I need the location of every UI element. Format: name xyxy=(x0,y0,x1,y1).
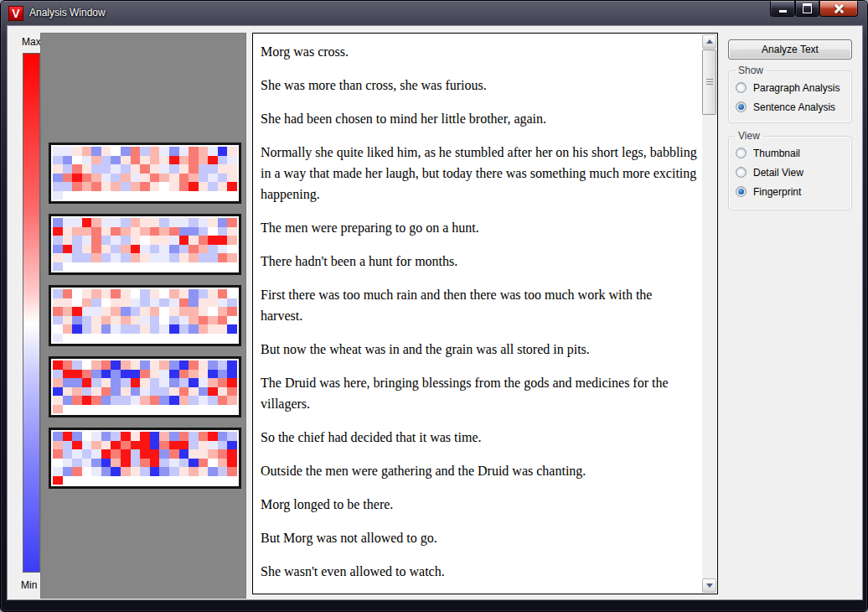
heatmap-cell xyxy=(53,289,63,298)
heatmap-cell xyxy=(121,174,131,183)
scroll-up-button[interactable] xyxy=(702,34,716,49)
document-text[interactable]: Morg was cross.She was more than cross, … xyxy=(253,34,702,594)
heatmap-cell xyxy=(91,156,101,165)
radio-detail-view[interactable]: Detail View xyxy=(736,163,851,182)
heatmap-cell xyxy=(150,227,160,236)
heatmap-cell xyxy=(63,459,73,468)
radio-thumbnail[interactable]: Thumbnail xyxy=(736,143,851,163)
heatmap-cell xyxy=(169,236,179,245)
heatmap-cell xyxy=(82,378,92,387)
heatmap-cell xyxy=(72,334,82,343)
radio-button-icon xyxy=(736,186,747,197)
heatmap-cell xyxy=(150,147,160,156)
window-controls xyxy=(770,1,858,17)
fingerprint-thumbnail-4[interactable] xyxy=(49,356,241,418)
heatmap-cell xyxy=(72,236,82,245)
close-button[interactable] xyxy=(819,1,858,17)
heatmap-cell xyxy=(208,334,218,343)
heatmap-cell xyxy=(53,441,63,450)
heatmap-cell xyxy=(189,334,199,343)
heatmap-cell xyxy=(227,182,237,191)
heatmap-cell xyxy=(199,405,209,414)
heatmap-cell xyxy=(227,476,237,485)
heatmap-cell xyxy=(101,316,111,325)
heatmap-cell xyxy=(53,316,63,325)
heatmap-cell xyxy=(227,334,237,343)
heatmap-cell xyxy=(140,360,150,370)
radio-sentence-analysis[interactable]: Sentence Analysis xyxy=(736,97,851,117)
heatmap-cell xyxy=(159,370,169,379)
heatmap-cell xyxy=(208,307,218,316)
scroll-down-button[interactable] xyxy=(702,578,716,593)
heatmap-cell xyxy=(227,370,237,379)
radio-fingerprint[interactable]: Fingerprint xyxy=(736,182,851,201)
heatmap-cell xyxy=(111,370,121,379)
heatmap-cell xyxy=(131,324,141,334)
heatmap-cell xyxy=(189,253,199,262)
scrollbar-thumb[interactable] xyxy=(702,49,716,115)
fingerprint-thumbnail-3[interactable] xyxy=(49,285,241,346)
heatmap-cell xyxy=(159,156,169,165)
heatmap-cell xyxy=(169,467,179,476)
heatmap-cell xyxy=(101,236,111,245)
maximize-button[interactable] xyxy=(795,1,819,17)
vertical-scrollbar[interactable] xyxy=(702,34,716,593)
heatmap-cell xyxy=(179,432,189,441)
heatmap-cell xyxy=(82,432,92,441)
heatmap-cell xyxy=(82,307,92,316)
heatmap-cell xyxy=(131,191,141,200)
heatmap-cell xyxy=(218,164,228,174)
analyze-text-button[interactable]: Analyze Text xyxy=(728,39,852,60)
heatmap-cell xyxy=(227,441,237,450)
titlebar[interactable]: V Analysis Window xyxy=(1,1,867,26)
fingerprint-thumbnail-1[interactable] xyxy=(49,143,241,204)
heatmap-cell xyxy=(72,324,82,334)
heatmap-cell xyxy=(121,396,131,405)
heatmap-cell xyxy=(121,227,131,236)
paragraph: But Morg was not allowed to go. xyxy=(261,527,697,548)
heatmap-cell xyxy=(218,227,228,236)
heatmap-cell xyxy=(159,360,169,370)
radio-label: Sentence Analysis xyxy=(753,101,835,113)
heatmap-cell xyxy=(63,396,73,405)
fingerprint-thumbnail-5[interactable] xyxy=(49,428,241,489)
heatmap-cell xyxy=(131,298,141,308)
heatmap-cell xyxy=(159,396,169,405)
heatmap-cell xyxy=(140,174,150,183)
heatmap-cell xyxy=(150,441,160,450)
heatmap-cell xyxy=(159,432,169,441)
fingerprint-thumbnail-2[interactable] xyxy=(49,214,241,275)
heatmap-cell xyxy=(227,147,237,156)
heatmap-cell xyxy=(159,164,169,174)
heatmap-cell xyxy=(91,253,101,262)
heatmap-cell xyxy=(218,174,228,183)
heatmap-cell xyxy=(208,378,218,387)
heatmap-cell xyxy=(111,449,121,459)
heatmap-cell xyxy=(131,253,141,262)
heatmap-cell xyxy=(91,324,101,334)
heatmap-cell xyxy=(131,378,141,387)
heatmap-cell xyxy=(131,449,141,459)
heatmap-cell xyxy=(91,441,101,450)
radio-paragraph-analysis[interactable]: Paragraph Analysis xyxy=(736,78,851,97)
radio-button-icon xyxy=(736,82,747,93)
heatmap-cell xyxy=(72,245,82,254)
heatmap-cell xyxy=(218,396,228,405)
heatmap-cell xyxy=(208,236,218,245)
minimize-button[interactable] xyxy=(770,1,795,17)
heatmap-cell xyxy=(150,236,160,245)
heatmap-cell xyxy=(218,476,228,485)
heatmap-cell xyxy=(199,236,209,245)
heatmap-cell xyxy=(218,253,228,262)
heatmap-cell xyxy=(150,324,160,334)
heatmap-cell xyxy=(121,378,131,387)
heatmap-cell xyxy=(72,459,82,468)
app-icon: V xyxy=(8,6,23,21)
heatmap-cell xyxy=(111,262,121,272)
heatmap-cell xyxy=(121,164,131,174)
heatmap-cell xyxy=(150,316,160,325)
heatmap-cell xyxy=(63,324,73,334)
heatmap-cell xyxy=(121,218,131,227)
heatmap-cell xyxy=(101,253,111,262)
heatmap-cell xyxy=(63,182,73,191)
